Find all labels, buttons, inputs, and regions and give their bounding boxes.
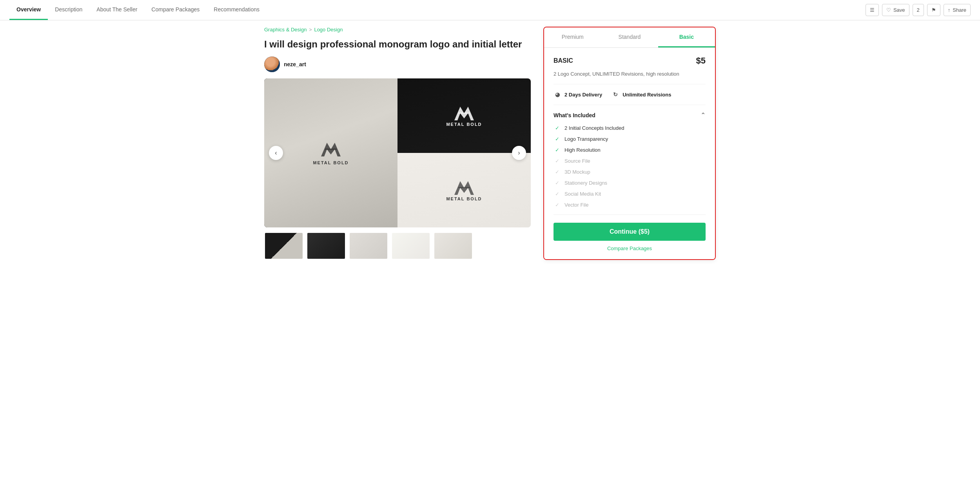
save-button[interactable]: ♡ Save [882,4,909,16]
item-label: Social Media Kit [564,191,601,197]
package-meta: ◕ 2 Days Delivery ↻ Unlimited Revisions [554,84,706,105]
thumbnail-1[interactable] [264,232,303,260]
package-description: 2 Logo Concept, UNLIMITED Revisions, hig… [554,71,706,78]
svg-rect-5 [458,187,470,188]
whats-included-section: What's Included ⌃ ✓ 2 Initial Concepts I… [554,105,706,214]
list-item: ✓ Social Media Kit [554,190,706,197]
menu-button[interactable]: ☰ [866,4,879,16]
list-item: ✓ 2 Initial Concepts Included [554,124,706,131]
save-label: Save [893,7,905,13]
logo-icon-right-light [452,179,476,196]
thumbnail-2[interactable] [307,232,346,260]
logo-icon-right-dark [452,105,476,122]
share-label: Share [953,7,966,13]
item-label: Source File [564,158,590,164]
svg-rect-3 [458,113,470,114]
item-label: Logo Transparency [564,136,608,142]
item-label: 3D Mockup [564,169,590,175]
list-item: ✓ High Resolution [554,146,706,153]
main-container: Graphics & Design > Logo Design I will d… [255,20,725,266]
included-list: ✓ 2 Initial Concepts Included ✓ Logo Tra… [554,124,706,208]
cta-section: Continue ($5) Compare Packages [554,214,706,251]
tab-recommendations[interactable]: Recommendations [207,0,267,20]
clock-icon: ◕ [554,91,561,98]
image-carousel: METAL BOLD METAL BOLD [264,78,531,227]
right-column: Premium Standard Basic BASIC $5 2 Logo C… [543,27,716,260]
breadcrumb: Graphics & Design > Logo Design [264,27,531,33]
package-price: $5 [696,56,706,66]
compare-packages-link[interactable]: Compare Packages [554,245,706,251]
carousel-left-panel: METAL BOLD [264,78,397,227]
item-label: High Resolution [564,147,601,153]
tab-description[interactable]: Description [48,0,89,20]
thumbnail-5[interactable] [434,232,473,260]
included-header[interactable]: What's Included ⌃ [554,111,706,119]
seller-name[interactable]: neze_art [284,61,306,67]
tab-standard[interactable]: Standard [601,27,658,47]
included-title: What's Included [554,112,595,118]
tab-basic[interactable]: Basic [658,27,715,47]
nav-tabs: Overview Description About The Seller Co… [9,0,267,20]
carousel-right-dark: METAL BOLD [397,78,531,153]
revisions-label: Unlimited Revisions [622,92,671,98]
check-icon-active: ✓ [554,135,561,142]
share-button[interactable]: ↑ Share [944,4,971,16]
item-label: 2 Initial Concepts Included [564,125,624,131]
hamburger-icon: ☰ [870,7,875,13]
carousel-next-button[interactable]: › [512,146,526,160]
flag-icon: ⚑ [931,7,936,13]
thumbnail-4[interactable] [391,232,430,260]
heart-icon: ♡ [886,7,891,13]
breadcrumb-separator: > [309,27,312,33]
package-header: BASIC $5 [554,56,706,66]
carousel-right-panels: METAL BOLD METAL BOLD [397,78,531,227]
gig-title: I will design professional monogram logo… [264,38,531,50]
logo-icon-left [319,141,343,158]
check-icon-active: ✓ [554,124,561,131]
breadcrumb-link-graphics[interactable]: Graphics & Design [264,27,307,33]
check-icon-inactive: ✓ [554,168,561,175]
thumbnail-3[interactable] [349,232,388,260]
thumbnail-strip [264,232,531,260]
tab-premium[interactable]: Premium [544,27,601,47]
tab-overview[interactable]: Overview [9,0,48,20]
check-icon-active: ✓ [554,146,561,153]
item-label: Stationery Designs [564,180,607,186]
package-tabs: Premium Standard Basic [544,27,715,48]
share-icon: ↑ [948,7,951,13]
carousel-prev-button[interactable]: ‹ [269,146,283,160]
nav-actions: ☰ ♡ Save 2 ⚑ ↑ Share [866,4,971,16]
check-icon-inactive: ✓ [554,179,561,186]
avatar[interactable] [264,56,280,72]
check-icon-inactive: ✓ [554,157,561,164]
continue-button[interactable]: Continue ($5) [554,223,706,241]
package-name: BASIC [554,57,573,64]
list-item: ✓ 3D Mockup [554,168,706,175]
flag-button[interactable]: ⚑ [927,4,940,16]
top-navigation: Overview Description About The Seller Co… [0,0,980,20]
package-box: Premium Standard Basic BASIC $5 2 Logo C… [543,27,716,260]
logo-text-right-light: METAL BOLD [446,196,482,201]
refresh-icon: ↻ [612,91,619,98]
list-item: ✓ Vector File [554,201,706,208]
revisions-info: ↻ Unlimited Revisions [612,91,671,98]
chevron-up-icon: ⌃ [701,111,706,119]
left-column: Graphics & Design > Logo Design I will d… [264,27,531,260]
check-icon-inactive: ✓ [554,201,561,208]
list-item: ✓ Source File [554,157,706,164]
item-label: Vector File [564,202,588,208]
carousel-right-light: METAL BOLD [397,153,531,227]
delivery-label: 2 Days Delivery [564,92,602,98]
package-content: BASIC $5 2 Logo Concept, UNLIMITED Revis… [544,48,715,259]
save-count: 2 [913,4,924,16]
tab-compare-packages[interactable]: Compare Packages [144,0,207,20]
svg-rect-1 [325,149,337,150]
seller-info: neze_art [264,56,531,72]
list-item: ✓ Stationery Designs [554,179,706,186]
tab-about-seller[interactable]: About The Seller [89,0,144,20]
check-icon-inactive: ✓ [554,190,561,197]
logo-text-right-dark: METAL BOLD [446,122,482,127]
list-item: ✓ Logo Transparency [554,135,706,142]
delivery-info: ◕ 2 Days Delivery [554,91,602,98]
breadcrumb-link-logo[interactable]: Logo Design [314,27,343,33]
